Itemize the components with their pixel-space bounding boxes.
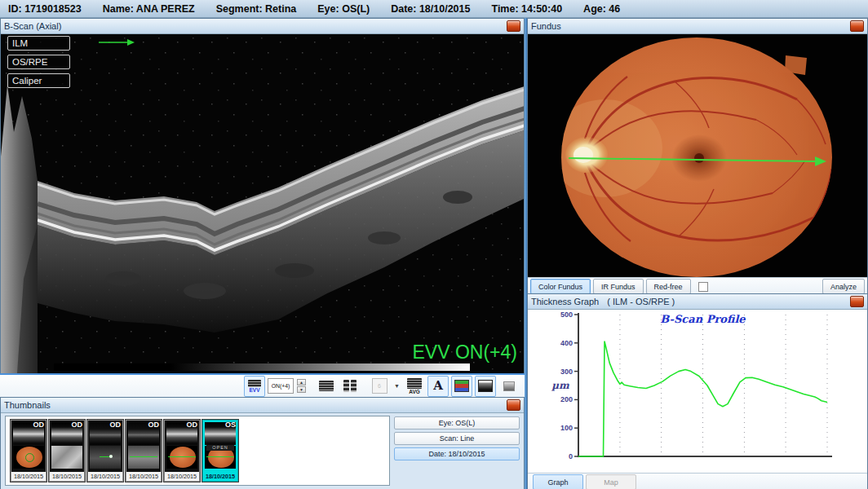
thumbnail-list: OD 18/10/2015 OD 18/10/2015 OD 18/10/201… <box>5 416 390 486</box>
fundus-panel-title: Fundus <box>531 21 561 31</box>
patient-info-bar: ID: 1719018523 Name: ANA PEREZ Segment: … <box>0 0 868 18</box>
fundus-panel-header: Fundus <box>528 19 867 34</box>
grayscale-dark-button[interactable] <box>475 376 496 397</box>
svg-text:200: 200 <box>560 395 573 403</box>
evv-toggle-button[interactable]: EVV <box>244 376 265 397</box>
patient-id: ID: 1719018523 <box>8 3 82 15</box>
avg-label: AVG <box>409 389 420 394</box>
layers-icon <box>319 381 334 391</box>
dual-view-button[interactable] <box>339 376 361 397</box>
fundus-close-button[interactable] <box>850 20 864 32</box>
thumb-eye-label: OD <box>187 421 198 429</box>
fundus-panel: Fundus <box>527 18 868 293</box>
exam-time: Time: 14:50:40 <box>491 3 562 15</box>
thumb-eye-label: OS <box>225 421 236 429</box>
thickness-panel-title: Thickness Graph <box>531 297 599 306</box>
thumb-fundus-image <box>13 446 44 469</box>
evv-status-text: EVV ON(+4) <box>413 341 517 363</box>
green-line-marker <box>206 456 234 458</box>
thumbnail-3[interactable]: OD 18/10/2015 <box>87 420 123 482</box>
analyze-button[interactable]: Analyze <box>822 279 865 294</box>
grayscale-lut-bar <box>54 363 470 371</box>
bscan-profile-chart: 0100200300400500B-Scan Profileµm <box>528 310 867 473</box>
thumb-date: 18/10/2015 <box>11 472 46 481</box>
green-line-marker <box>168 456 196 458</box>
color-stripes-icon <box>454 380 469 392</box>
thumbnail-6-selected[interactable]: OS OPEN 18/10/2015 <box>202 420 238 482</box>
tab-graph[interactable]: Graph <box>533 474 583 489</box>
thumb-date: 18/10/2015 <box>88 472 122 481</box>
thumbnails-close-button[interactable] <box>507 399 520 411</box>
thumb-date: 18/10/2015 <box>50 472 84 481</box>
thumb-date: 18/10/2015 <box>126 472 161 481</box>
thumbnails-panel: Thumbnails OD 18/10/2015 OD 18/10/2015 <box>0 397 525 489</box>
ir-fundus-button[interactable]: IR Fundus <box>593 279 644 294</box>
color-mode-button[interactable] <box>451 376 472 397</box>
spinner-up-button[interactable]: ▲ <box>297 379 306 385</box>
thumb-eye-label: OD <box>72 421 83 429</box>
layers-view-button[interactable] <box>316 376 337 397</box>
info-date-button[interactable]: Date: 18/10/2015 <box>394 447 520 460</box>
grid-layout-dropdown[interactable]: ▼ <box>392 377 401 395</box>
bright-spot <box>109 455 113 458</box>
thumb-date: 18/10/2015 <box>165 472 199 481</box>
info-eye-button[interactable]: Eye: OS(L) <box>394 416 520 430</box>
evv-amount-spinner[interactable]: ON(+4) <box>268 378 294 394</box>
green-ring-marker <box>25 453 34 462</box>
bscan-close-button[interactable] <box>507 20 520 32</box>
thickness-close-button[interactable] <box>850 296 864 307</box>
svg-text:100: 100 <box>560 424 573 432</box>
thumbnails-panel-header: Thumbnails <box>1 398 524 413</box>
scan-info-buttons: Eye: OS(L) Scan: Line Date: 18/10/2015 <box>394 416 520 463</box>
patient-age: Age: 46 <box>583 3 620 15</box>
fundus-footer: Color Fundus IR Fundus Red-free Analyze <box>528 277 867 295</box>
eye: Eye: OS(L) <box>317 3 370 15</box>
spinner-down-button[interactable]: ▼ <box>297 386 306 393</box>
thumbnails-panel-title: Thumbnails <box>4 400 51 410</box>
thickness-panel-subtitle: ( ILM - OS/RPE ) <box>607 297 675 306</box>
dark-gradient-icon <box>478 380 493 392</box>
svg-text:µm: µm <box>551 380 569 391</box>
oct-bscan-image <box>1 34 524 373</box>
average-button[interactable]: AVG <box>404 376 425 397</box>
caliper-button[interactable]: Caliper <box>7 73 70 88</box>
svg-text:0: 0 <box>569 452 573 460</box>
dual-scan-icon <box>343 380 356 392</box>
thumbnail-2[interactable]: OD 18/10/2015 <box>49 420 85 482</box>
info-scan-button[interactable]: Scan: Line <box>394 432 520 445</box>
segment: Segment: Retina <box>216 3 297 15</box>
oct-workstation-window: ID: 1719018523 Name: ANA PEREZ Segment: … <box>0 0 868 489</box>
thumb-date: 18/10/2015 <box>203 472 237 481</box>
thickness-footer: Graph Map <box>528 473 867 489</box>
red-free-button[interactable]: Red-free <box>646 279 691 294</box>
grayscale-light-button[interactable] <box>498 376 520 397</box>
svg-text:400: 400 <box>560 339 573 347</box>
thumb-eye-label: OD <box>148 421 160 429</box>
thumbnail-4[interactable]: OD 18/10/2015 <box>126 420 162 482</box>
ilm-button[interactable]: ILM <box>7 36 70 51</box>
svg-text:300: 300 <box>560 368 573 376</box>
annotation-text-button[interactable]: A <box>427 376 449 397</box>
fundus-checkbox[interactable] <box>698 282 708 292</box>
bscan-panel: B-Scan (Axial) ILM OS/RPE Caliper <box>0 18 525 373</box>
thumb-open-tag: OPEN <box>206 445 234 451</box>
thumb-ir-image <box>90 446 121 469</box>
os-rpe-button[interactable]: OS/RPE <box>7 55 70 69</box>
patient-name: Name: ANA PEREZ <box>103 3 195 15</box>
tab-map[interactable]: Map <box>586 474 636 489</box>
thumbnail-5[interactable]: OD 18/10/2015 <box>164 420 200 482</box>
thumb-ir-image <box>128 446 159 469</box>
fundus-image-area[interactable] <box>528 34 867 277</box>
bscan-panel-title: B-Scan (Axial) <box>4 21 61 31</box>
grid-6-icon: 6 <box>372 378 388 394</box>
grid-layout-button[interactable]: 6 <box>369 376 390 397</box>
thumb-eye-label: OD <box>110 421 122 429</box>
svg-text:500: 500 <box>560 311 573 319</box>
svg-text:B-Scan Profile: B-Scan Profile <box>660 313 746 325</box>
thumb-eye-label: OD <box>33 421 45 429</box>
evv-layers-icon <box>248 380 261 387</box>
thumbnail-1[interactable]: OD 18/10/2015 <box>11 420 46 482</box>
bscan-image-area[interactable]: ILM OS/RPE Caliper <box>1 34 524 373</box>
fundus-image <box>528 34 867 277</box>
color-fundus-button[interactable]: Color Fundus <box>530 279 591 294</box>
